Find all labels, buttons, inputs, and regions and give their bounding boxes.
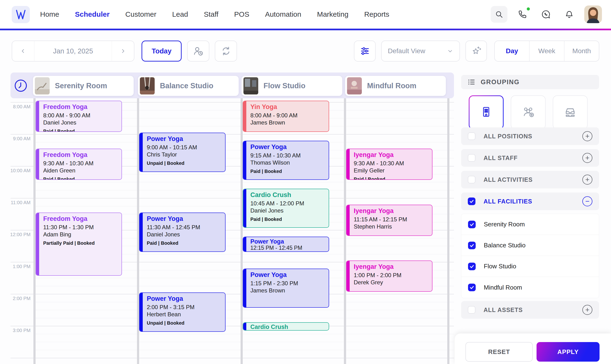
today-button[interactable]: Today (142, 40, 182, 62)
event-card-power-yoga[interactable]: Power Yoga12:15 PM - 12:45 PM (243, 237, 329, 252)
checkbox-checked[interactable] (468, 197, 476, 205)
view-select[interactable]: Default View (381, 40, 460, 62)
facility-item-balance-studio[interactable]: Balance Studio (461, 235, 599, 256)
nav-item-automation[interactable]: Automation (265, 10, 301, 18)
section-all-positions[interactable]: ALL POSITIONS+ (461, 127, 599, 145)
event-card-cardio-crush[interactable]: Cardio Crush10:45 AM - 12:00 PMDaniel Jo… (243, 189, 329, 228)
nav-item-home[interactable]: Home (40, 10, 59, 18)
event-person: Daniel Jones (250, 207, 325, 214)
nav-item-marketing[interactable]: Marketing (317, 10, 348, 18)
nav-item-pos[interactable]: POS (234, 10, 249, 18)
expand-icon[interactable]: + (582, 175, 592, 185)
event-card-power-yoga[interactable]: Power Yoga1:15 PM - 2:30 PMJames Brown (243, 269, 329, 308)
refresh-button[interactable] (215, 40, 237, 62)
section-all-facilities[interactable]: ALL FACILITIES− (461, 193, 599, 210)
event-card-power-yoga[interactable]: Power Yoga9:00 AM - 10:15 AMChris Taylor… (139, 133, 226, 172)
resource-header-flow-studio[interactable]: Flow Studio (241, 76, 342, 96)
view-mode-day[interactable]: Day (495, 41, 530, 61)
resource-header-serenity-room[interactable]: Serenity Room (33, 76, 134, 96)
user-avatar[interactable] (584, 5, 602, 23)
current-date[interactable]: Jan 10, 2025 (34, 41, 112, 61)
sidebar-footer: RESET APPLY (455, 334, 611, 364)
section-label: ALL FACILITIES (484, 198, 582, 205)
event-color-bar (243, 141, 246, 180)
resource-name: Balance Studio (160, 82, 213, 90)
brand-logo[interactable] (12, 6, 30, 23)
apply-button[interactable]: APPLY (537, 342, 599, 362)
grid-line (11, 294, 454, 294)
checkbox-unchecked[interactable] (468, 154, 476, 162)
event-card-freedom-yoga[interactable]: Freedom Yoga11:30 PM - 1:30 PMAdam BingP… (36, 212, 122, 276)
facility-item-serenity-room[interactable]: Serenity Room (461, 214, 599, 235)
collapse-icon[interactable]: − (582, 196, 592, 206)
staff-hours-button[interactable] (187, 40, 209, 62)
checkbox-unchecked[interactable] (468, 176, 476, 183)
column-separator (344, 98, 346, 364)
event-person: Aiden Green (43, 167, 118, 174)
event-card-power-yoga[interactable]: Power Yoga9:15 AM - 10:30 AMThomas Wilso… (243, 141, 329, 180)
checkbox-unchecked[interactable] (468, 306, 476, 314)
nav-item-lead[interactable]: Lead (172, 10, 188, 18)
nav-item-customer[interactable]: Customer (125, 10, 156, 18)
whatsapp-button[interactable] (537, 6, 554, 23)
time-label: 9:00 AM (7, 136, 30, 142)
expand-icon[interactable]: + (582, 131, 592, 141)
view-mode-month[interactable]: Month (564, 41, 599, 61)
event-time: 8:00 AM - 9:00 AM (250, 112, 325, 119)
facility-label: Mindful Room (484, 284, 522, 291)
event-person: James Brown (250, 287, 325, 294)
event-card-iyengar-yoga[interactable]: Iyengar Yoga9:30 AM - 10:30 AMEmily Gell… (346, 149, 432, 180)
resource-header-mindful-room[interactable]: Mindful Room (345, 76, 446, 96)
section-all-activities[interactable]: ALL ACTIVITIES+ (461, 171, 599, 188)
checkbox-checked[interactable] (468, 242, 476, 249)
nav-item-scheduler[interactable]: Scheduler (75, 10, 109, 18)
resource-header-balance-studio[interactable]: Balance Studio (138, 76, 239, 96)
event-title: Iyengar Yoga (354, 263, 429, 271)
event-card-power-yoga[interactable]: Power Yoga11:30 AM - 12:45 PMDaniel Jone… (139, 212, 226, 252)
nav-item-staff[interactable]: Staff (204, 10, 218, 18)
time-column-header (14, 79, 28, 93)
event-card-yin-yoga[interactable]: Yin Yoga8:00 AM - 9:00 AMJames Brown (243, 101, 329, 132)
resource-name: Mindful Room (367, 82, 416, 90)
section-all-staff[interactable]: ALL STAFF+ (461, 149, 599, 167)
event-status: Paid | Booked (147, 240, 222, 246)
facility-item-flow-studio[interactable]: Flow Studio (461, 256, 599, 277)
resource-photo (35, 77, 50, 94)
event-card-power-yoga[interactable]: Power Yoga2:00 PM - 3:15 PMHerbert BeanU… (139, 292, 226, 332)
event-card-cardio-crush[interactable]: Cardio Crush (243, 322, 329, 331)
checkbox-checked[interactable] (468, 284, 476, 291)
view-mode-week[interactable]: Week (530, 41, 564, 61)
event-card-freedom-yoga[interactable]: Freedom Yoga8:00 AM - 9:00 AMDaniel Jone… (36, 101, 122, 132)
bell-icon (565, 10, 574, 19)
event-title: Iyengar Yoga (354, 207, 429, 215)
reset-button[interactable]: RESET (465, 342, 533, 362)
search-button[interactable] (491, 6, 507, 23)
facility-item-mindful-room[interactable]: Mindful Room (461, 277, 599, 298)
save-view-button[interactable] (465, 40, 487, 62)
checkbox-checked[interactable] (468, 263, 476, 270)
event-card-freedom-yoga[interactable]: Freedom Yoga9:30 AM - 10:30 AMAiden Gree… (36, 149, 122, 180)
chevron-left-icon (20, 48, 26, 54)
event-time: 8:00 AM - 9:00 AM (43, 112, 118, 119)
nav-item-reports[interactable]: Reports (364, 10, 389, 18)
grouping-button-2[interactable] (553, 95, 588, 129)
time-label: 2:00 PM (7, 296, 30, 301)
grouping-button-1[interactable] (511, 95, 545, 129)
phone-button[interactable] (514, 6, 531, 23)
prev-day-button[interactable] (12, 41, 34, 61)
event-time: 12:15 PM - 12:45 PM (250, 245, 325, 251)
grouping-button-0[interactable] (469, 95, 504, 129)
checkbox-unchecked[interactable] (468, 132, 476, 140)
event-card-iyengar-yoga[interactable]: Iyengar Yoga1:00 PM - 2:00 PMDerek Grey (346, 260, 432, 292)
filters-button[interactable] (354, 40, 376, 62)
expand-icon[interactable]: + (582, 305, 592, 315)
event-card-iyengar-yoga[interactable]: Iyengar Yoga11:15 AM - 12:15 PMStephen H… (346, 205, 432, 236)
notifications-button[interactable] (561, 6, 578, 23)
logo-w-icon (15, 9, 26, 20)
section-all-assets[interactable]: ALL ASSETS+ (461, 301, 599, 319)
chevron-down-icon (447, 48, 453, 54)
expand-icon[interactable]: + (582, 153, 592, 163)
next-day-button[interactable] (112, 41, 134, 61)
checkbox-checked[interactable] (468, 221, 476, 228)
event-color-bar (346, 261, 350, 291)
